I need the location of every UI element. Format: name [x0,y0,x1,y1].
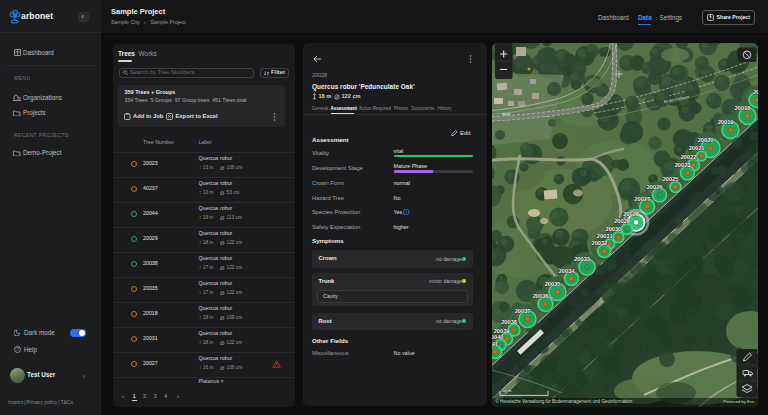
svg-text:20: 20 [753,89,758,95]
svg-text:20023: 20023 [675,162,691,168]
svg-text:20032: 20032 [591,240,607,246]
svg-text:20026: 20026 [647,184,663,190]
svg-text:20019: 20019 [718,119,734,125]
svg-text:20020: 20020 [698,137,714,143]
svg-text:20028: 20028 [623,211,639,217]
svg-text:20030: 20030 [605,226,621,232]
svg-text:20031: 20031 [597,233,613,239]
svg-text:10 m: 10 m [502,388,512,393]
svg-text:20029: 20029 [614,218,630,224]
svg-text:20025: 20025 [663,176,679,182]
svg-text:20037: 20037 [515,308,531,314]
svg-text:20034: 20034 [559,268,576,274]
svg-text:?: ? [16,347,19,352]
svg-text:20036: 20036 [533,293,549,299]
svg-text:© Hessische Verwaltung für Bod: © Hessische Verwaltung für Bodenmanageme… [496,398,633,404]
svg-text:20022: 20022 [681,154,697,160]
svg-text:20021: 20021 [689,145,705,151]
svg-text:20033: 20033 [574,256,590,262]
svg-text:20040: 20040 [492,334,504,340]
svg-text:20041: 20041 [492,341,498,347]
svg-text:Powered by Esri: Powered by Esri [723,399,754,404]
svg-text:20035: 20035 [545,281,561,287]
svg-text:20018: 20018 [735,105,751,111]
svg-text:20038: 20038 [501,319,517,325]
svg-text:20027: 20027 [634,196,650,202]
